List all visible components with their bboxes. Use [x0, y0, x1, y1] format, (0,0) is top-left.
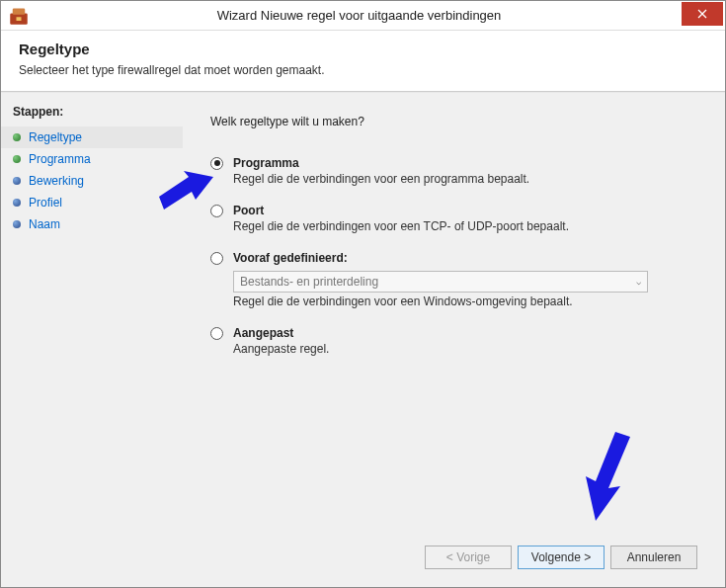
- bullet-icon: [13, 199, 21, 207]
- radio-aangepast[interactable]: [210, 327, 223, 340]
- step-bewerking[interactable]: Bewerking: [1, 170, 183, 192]
- step-profiel[interactable]: Profiel: [1, 192, 183, 213]
- option-label: Aangepast: [233, 326, 293, 340]
- bullet-icon: [13, 133, 21, 141]
- bullet-icon: [13, 177, 21, 185]
- titlebar: Wizard Nieuwe regel voor uitgaande verbi…: [1, 1, 725, 31]
- option-vooraf: Vooraf gedefinieerd: Bestands- en printe…: [210, 251, 697, 308]
- next-button[interactable]: Volgende >: [518, 546, 605, 569]
- page-title: Regeltype: [19, 41, 707, 57]
- back-button: < Vorige: [425, 546, 512, 569]
- option-desc: Regel die de verbindingen voor een progr…: [233, 172, 697, 186]
- window-title: Wizard Nieuwe regel voor uitgaande verbi…: [37, 8, 682, 23]
- option-label: Poort: [233, 204, 264, 217]
- steps-sidebar: Stappen: Regeltype Programma Bewerking P…: [1, 93, 183, 587]
- option-aangepast: Aangepast Aangepaste regel.: [210, 326, 697, 356]
- main-panel: Welk regeltype wilt u maken? Programma R…: [183, 93, 725, 587]
- chevron-down-icon: ⌵: [636, 277, 641, 287]
- cancel-button[interactable]: Annuleren: [610, 546, 697, 569]
- page-subtitle: Selecteer het type firewallregel dat moe…: [19, 63, 707, 77]
- step-label: Regeltype: [29, 130, 82, 144]
- wizard-footer: < Vorige Volgende > Annuleren: [210, 530, 697, 575]
- option-label: Programma: [233, 156, 299, 170]
- option-poort: Poort Regel die de verbindingen voor een…: [210, 204, 697, 233]
- option-label: Vooraf gedefinieerd:: [233, 251, 348, 265]
- option-desc: Regel die de verbindingen voor een Windo…: [233, 294, 697, 308]
- wizard-body: Stappen: Regeltype Programma Bewerking P…: [1, 92, 725, 587]
- option-desc: Aangepaste regel.: [233, 342, 697, 356]
- option-programma: Programma Regel die de verbindingen voor…: [210, 156, 697, 186]
- predefined-dropdown: Bestands- en printerdeling ⌵: [233, 271, 648, 293]
- step-label: Naam: [29, 217, 60, 231]
- wizard-window: Wizard Nieuwe regel voor uitgaande verbi…: [0, 0, 726, 588]
- step-label: Programma: [29, 152, 91, 166]
- question-text: Welk regeltype wilt u maken?: [210, 115, 697, 128]
- close-button[interactable]: [682, 2, 723, 26]
- step-label: Profiel: [29, 196, 62, 210]
- radio-programma[interactable]: [210, 157, 223, 170]
- radio-vooraf[interactable]: [210, 252, 223, 265]
- option-desc: Regel die de verbindingen voor een TCP- …: [233, 219, 697, 233]
- bullet-icon: [13, 220, 21, 228]
- dropdown-value: Bestands- en printerdeling: [240, 275, 378, 289]
- svg-rect-2: [17, 17, 22, 21]
- app-icon: [9, 6, 29, 26]
- steps-heading: Stappen:: [1, 101, 183, 126]
- rule-type-options: Programma Regel die de verbindingen voor…: [210, 156, 697, 356]
- step-programma[interactable]: Programma: [1, 148, 183, 170]
- svg-rect-1: [13, 8, 26, 14]
- wizard-header: Regeltype Selecteer het type firewallreg…: [1, 31, 725, 92]
- bullet-icon: [13, 155, 21, 163]
- step-regeltype[interactable]: Regeltype: [1, 126, 183, 148]
- radio-poort[interactable]: [210, 205, 223, 217]
- step-naam[interactable]: Naam: [1, 213, 183, 235]
- step-label: Bewerking: [29, 174, 84, 188]
